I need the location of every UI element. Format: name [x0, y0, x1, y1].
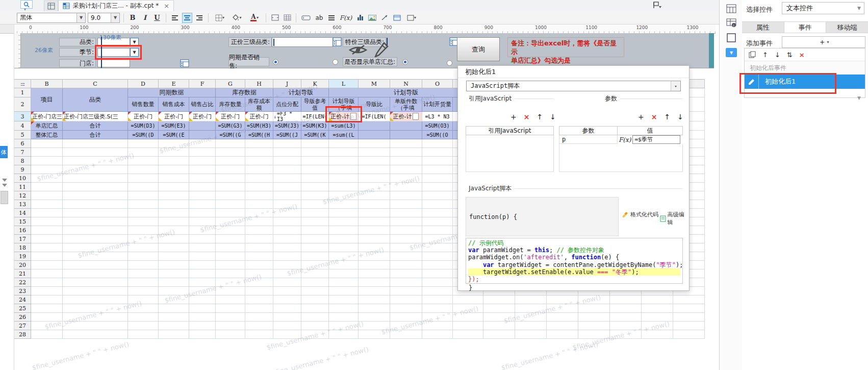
empty-cell[interactable] [673, 295, 705, 304]
empty-cell[interactable] [159, 322, 189, 330]
empty-cell[interactable] [128, 269, 159, 278]
empty-cell[interactable] [273, 330, 301, 339]
cell-row5[interactable] [390, 131, 422, 139]
col-title[interactable]: 导版比 [359, 97, 390, 112]
cell-row5[interactable]: =SUM((D [128, 131, 159, 139]
empty-cell[interactable] [273, 278, 301, 287]
row-header[interactable]: 19 [14, 252, 31, 261]
row-header[interactable]: 9 [14, 165, 31, 174]
empty-cell[interactable] [273, 313, 301, 322]
empty-cell[interactable] [329, 322, 359, 330]
empty-cell[interactable] [245, 226, 273, 235]
empty-cell[interactable] [189, 313, 216, 322]
empty-cell[interactable] [63, 330, 128, 339]
cell-row4[interactable]: =SUM(J3) [273, 121, 301, 131]
font-color-button[interactable]: A ▾ [247, 13, 262, 23]
empty-cell[interactable] [422, 252, 453, 261]
group-header[interactable]: 库存数据 [216, 88, 273, 97]
empty-cell[interactable] [301, 165, 329, 174]
empty-cell[interactable] [422, 278, 453, 287]
empty-cell[interactable] [453, 322, 483, 330]
empty-cell[interactable] [329, 209, 359, 217]
row-header[interactable]: 26 [14, 313, 31, 322]
empty-cell[interactable] [159, 200, 189, 209]
empty-cell[interactable] [31, 287, 63, 295]
empty-cell[interactable] [128, 295, 159, 304]
empty-cell[interactable] [31, 313, 63, 322]
row-header[interactable]: 14 [14, 209, 31, 217]
cell-row3[interactable]: 正价-门 [159, 112, 189, 121]
empty-cell[interactable] [547, 304, 578, 313]
empty-cell[interactable] [189, 269, 216, 278]
empty-cell[interactable] [301, 226, 329, 235]
empty-cell[interactable] [31, 243, 63, 252]
empty-cell[interactable] [31, 217, 63, 226]
empty-cell[interactable] [159, 295, 189, 304]
same-period-radio-yes[interactable] [273, 59, 278, 65]
empty-cell[interactable] [359, 243, 390, 252]
empty-cell[interactable] [390, 261, 422, 269]
show-total-label-cell[interactable]: 是否显示单店汇总: [343, 57, 397, 66]
empty-cell[interactable] [301, 191, 329, 200]
empty-cell[interactable] [31, 235, 63, 243]
empty-cell[interactable] [301, 287, 329, 295]
empty-cell[interactable] [63, 287, 128, 295]
empty-cell[interactable] [390, 148, 422, 157]
empty-cell[interactable] [63, 191, 128, 200]
empty-cell[interactable] [216, 191, 245, 200]
empty-cell[interactable] [273, 157, 301, 165]
empty-cell[interactable] [245, 295, 273, 304]
empty-cell[interactable] [422, 217, 453, 226]
empty-cell[interactable] [390, 287, 422, 295]
cell-row4[interactable]: =SUM(D3) [128, 121, 159, 131]
cell-row5[interactable]: 整体汇总 [31, 131, 63, 139]
cell-row4[interactable]: =SUM(G3) [216, 121, 245, 131]
empty-cell[interactable] [673, 322, 705, 330]
row-header[interactable]: 13 [14, 200, 31, 209]
cell-row3[interactable]: =IF(LEN( [301, 112, 329, 121]
empty-cell[interactable] [359, 322, 390, 330]
empty-cell[interactable] [128, 322, 159, 330]
col-header[interactable]: M [359, 80, 390, 88]
empty-cell[interactable] [159, 183, 189, 191]
empty-cell[interactable] [216, 209, 245, 217]
empty-cell[interactable] [189, 226, 216, 235]
empty-cell[interactable] [63, 278, 128, 287]
empty-cell[interactable] [329, 330, 359, 339]
font-family-select[interactable]: 黑体 ▼ [17, 13, 86, 23]
row-header[interactable]: 16 [14, 226, 31, 235]
collapse-arrow-icon[interactable] [2, 179, 7, 182]
cell-row5[interactable] [359, 131, 390, 139]
empty-cell[interactable] [359, 157, 390, 165]
param-table-body[interactable] [559, 144, 683, 172]
row-header[interactable]: 4 [14, 121, 31, 131]
empty-cell[interactable] [31, 191, 63, 200]
empty-cell[interactable] [159, 235, 189, 243]
empty-cell[interactable] [329, 313, 359, 322]
empty-cell[interactable] [31, 174, 63, 183]
empty-cell[interactable] [273, 261, 301, 269]
empty-cell[interactable] [390, 191, 422, 200]
empty-cell[interactable] [63, 269, 128, 278]
empty-cell[interactable] [128, 183, 159, 191]
empty-cell[interactable] [359, 261, 390, 269]
formula-button[interactable]: F(x) [339, 13, 353, 23]
param-value-input[interactable]: =$季节 [632, 135, 680, 144]
empty-cell[interactable] [216, 252, 245, 261]
format-code-button[interactable]: 格式化代码 [622, 211, 658, 218]
row-header[interactable]: 8 [14, 157, 31, 165]
col-title[interactable]: 库存成本额 [245, 97, 273, 112]
empty-cell[interactable] [245, 235, 273, 243]
empty-cell[interactable] [128, 243, 159, 252]
same-period-label-cell[interactable]: 同期是否销售: [228, 57, 269, 66]
add-icon[interactable]: + [510, 113, 517, 121]
empty-cell[interactable] [128, 209, 159, 217]
empty-cell[interactable] [159, 209, 189, 217]
align-right-button[interactable] [194, 13, 205, 23]
empty-cell[interactable] [245, 304, 273, 313]
empty-cell[interactable] [301, 235, 329, 243]
empty-cell[interactable] [245, 287, 273, 295]
empty-cell[interactable] [642, 295, 673, 304]
code-line[interactable]: // 示例代码 [468, 239, 680, 246]
empty-cell[interactable] [128, 139, 159, 148]
